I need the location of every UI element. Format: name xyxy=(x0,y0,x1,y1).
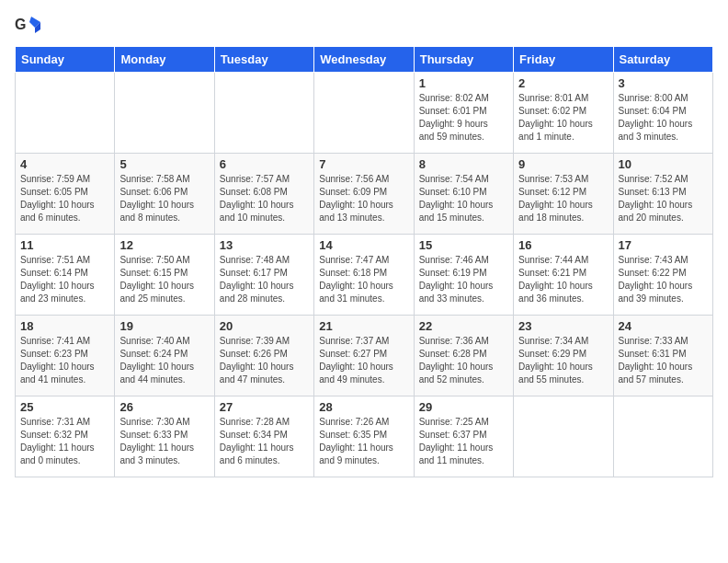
day-info: Sunrise: 7:57 AM Sunset: 6:08 PM Dayligh… xyxy=(220,173,309,224)
day-number: 17 xyxy=(619,238,708,252)
day-cell: 11Sunrise: 7:51 AM Sunset: 6:14 PM Dayli… xyxy=(16,235,115,316)
logo: G xyxy=(15,15,44,35)
day-info: Sunrise: 7:39 AM Sunset: 6:26 PM Dayligh… xyxy=(220,335,309,386)
day-cell xyxy=(214,73,313,154)
day-cell xyxy=(613,396,712,477)
day-info: Sunrise: 8:02 AM Sunset: 6:01 PM Dayligh… xyxy=(419,92,508,144)
day-cell: 13Sunrise: 7:48 AM Sunset: 6:17 PM Dayli… xyxy=(214,235,313,316)
header-cell-saturday: Saturday xyxy=(613,47,712,73)
day-number: 25 xyxy=(20,400,109,414)
day-number: 2 xyxy=(518,76,608,90)
day-number: 16 xyxy=(518,238,608,252)
week-row-3: 11Sunrise: 7:51 AM Sunset: 6:14 PM Dayli… xyxy=(16,235,713,316)
day-number: 20 xyxy=(220,319,309,333)
day-info: Sunrise: 7:26 AM Sunset: 6:35 PM Dayligh… xyxy=(319,416,408,467)
day-info: Sunrise: 7:34 AM Sunset: 6:29 PM Dayligh… xyxy=(518,335,608,386)
header-cell-thursday: Thursday xyxy=(414,47,513,73)
header-cell-sunday: Sunday xyxy=(16,47,115,73)
day-number: 11 xyxy=(20,238,109,252)
day-cell: 21Sunrise: 7:37 AM Sunset: 6:27 PM Dayli… xyxy=(314,316,414,396)
header-cell-monday: Monday xyxy=(115,47,214,73)
day-cell xyxy=(314,73,414,154)
day-cell: 29Sunrise: 7:25 AM Sunset: 6:37 PM Dayli… xyxy=(414,396,513,477)
day-cell: 1Sunrise: 8:02 AM Sunset: 6:01 PM Daylig… xyxy=(414,73,513,154)
day-info: Sunrise: 7:50 AM Sunset: 6:15 PM Dayligh… xyxy=(119,254,209,305)
day-info: Sunrise: 7:30 AM Sunset: 6:33 PM Dayligh… xyxy=(119,416,209,467)
day-number: 18 xyxy=(20,319,109,333)
day-cell: 14Sunrise: 7:47 AM Sunset: 6:18 PM Dayli… xyxy=(314,235,414,316)
day-info: Sunrise: 7:48 AM Sunset: 6:17 PM Dayligh… xyxy=(220,254,309,305)
day-info: Sunrise: 7:54 AM Sunset: 6:10 PM Dayligh… xyxy=(419,173,508,224)
day-info: Sunrise: 7:56 AM Sunset: 6:09 PM Dayligh… xyxy=(319,173,408,224)
day-cell: 15Sunrise: 7:46 AM Sunset: 6:19 PM Dayli… xyxy=(414,235,513,316)
day-cell: 28Sunrise: 7:26 AM Sunset: 6:35 PM Dayli… xyxy=(314,396,414,477)
day-number: 14 xyxy=(319,238,408,252)
calendar-header: G xyxy=(15,15,713,35)
calendar-table: SundayMondayTuesdayWednesdayThursdayFrid… xyxy=(15,46,713,477)
week-row-1: 1Sunrise: 8:02 AM Sunset: 6:01 PM Daylig… xyxy=(16,73,713,154)
day-number: 29 xyxy=(419,400,508,414)
day-info: Sunrise: 7:28 AM Sunset: 6:34 PM Dayligh… xyxy=(220,416,309,467)
day-info: Sunrise: 7:52 AM Sunset: 6:13 PM Dayligh… xyxy=(619,173,708,224)
day-number: 8 xyxy=(419,157,508,171)
day-number: 5 xyxy=(119,157,209,171)
day-number: 13 xyxy=(220,238,309,252)
day-number: 15 xyxy=(419,238,508,252)
header-cell-wednesday: Wednesday xyxy=(314,47,414,73)
day-cell: 7Sunrise: 7:56 AM Sunset: 6:09 PM Daylig… xyxy=(314,154,414,235)
day-number: 19 xyxy=(119,319,209,333)
day-cell xyxy=(514,396,613,477)
day-info: Sunrise: 7:46 AM Sunset: 6:19 PM Dayligh… xyxy=(419,254,508,305)
week-row-4: 18Sunrise: 7:41 AM Sunset: 6:23 PM Dayli… xyxy=(16,316,713,396)
day-number: 24 xyxy=(619,319,708,333)
day-number: 6 xyxy=(220,157,309,171)
day-number: 4 xyxy=(20,157,109,171)
logo-icon: G xyxy=(15,15,40,35)
day-cell: 6Sunrise: 7:57 AM Sunset: 6:08 PM Daylig… xyxy=(214,154,313,235)
day-number: 12 xyxy=(119,238,209,252)
day-number: 23 xyxy=(518,319,608,333)
day-cell: 23Sunrise: 7:34 AM Sunset: 6:29 PM Dayli… xyxy=(514,316,613,396)
day-info: Sunrise: 7:36 AM Sunset: 6:28 PM Dayligh… xyxy=(419,335,508,386)
day-info: Sunrise: 7:47 AM Sunset: 6:18 PM Dayligh… xyxy=(319,254,408,305)
day-number: 1 xyxy=(419,76,508,90)
day-info: Sunrise: 7:59 AM Sunset: 6:05 PM Dayligh… xyxy=(20,173,109,224)
header-cell-friday: Friday xyxy=(514,47,613,73)
day-info: Sunrise: 7:44 AM Sunset: 6:21 PM Dayligh… xyxy=(518,254,608,305)
day-info: Sunrise: 7:37 AM Sunset: 6:27 PM Dayligh… xyxy=(319,335,408,386)
day-info: Sunrise: 7:51 AM Sunset: 6:14 PM Dayligh… xyxy=(20,254,109,305)
day-info: Sunrise: 8:01 AM Sunset: 6:02 PM Dayligh… xyxy=(518,92,608,144)
day-number: 9 xyxy=(518,157,608,171)
day-cell: 26Sunrise: 7:30 AM Sunset: 6:33 PM Dayli… xyxy=(115,396,214,477)
day-number: 28 xyxy=(319,400,408,414)
day-cell: 24Sunrise: 7:33 AM Sunset: 6:31 PM Dayli… xyxy=(613,316,712,396)
day-cell xyxy=(115,73,214,154)
day-cell: 19Sunrise: 7:40 AM Sunset: 6:24 PM Dayli… xyxy=(115,316,214,396)
day-cell: 16Sunrise: 7:44 AM Sunset: 6:21 PM Dayli… xyxy=(514,235,613,316)
week-row-2: 4Sunrise: 7:59 AM Sunset: 6:05 PM Daylig… xyxy=(16,154,713,235)
day-info: Sunrise: 7:43 AM Sunset: 6:22 PM Dayligh… xyxy=(619,254,708,305)
header-row: SundayMondayTuesdayWednesdayThursdayFrid… xyxy=(16,47,713,73)
header-cell-tuesday: Tuesday xyxy=(214,47,313,73)
day-cell: 3Sunrise: 8:00 AM Sunset: 6:04 PM Daylig… xyxy=(613,73,712,154)
day-number: 27 xyxy=(220,400,309,414)
day-number: 26 xyxy=(119,400,209,414)
day-info: Sunrise: 7:41 AM Sunset: 6:23 PM Dayligh… xyxy=(20,335,109,386)
day-cell: 12Sunrise: 7:50 AM Sunset: 6:15 PM Dayli… xyxy=(115,235,214,316)
day-info: Sunrise: 7:31 AM Sunset: 6:32 PM Dayligh… xyxy=(20,416,109,467)
day-cell: 10Sunrise: 7:52 AM Sunset: 6:13 PM Dayli… xyxy=(613,154,712,235)
day-info: Sunrise: 7:58 AM Sunset: 6:06 PM Dayligh… xyxy=(119,173,209,224)
day-cell xyxy=(16,73,115,154)
day-info: Sunrise: 7:25 AM Sunset: 6:37 PM Dayligh… xyxy=(419,416,508,467)
day-cell: 17Sunrise: 7:43 AM Sunset: 6:22 PM Dayli… xyxy=(613,235,712,316)
day-info: Sunrise: 7:33 AM Sunset: 6:31 PM Dayligh… xyxy=(619,335,708,386)
day-cell: 8Sunrise: 7:54 AM Sunset: 6:10 PM Daylig… xyxy=(414,154,513,235)
day-cell: 2Sunrise: 8:01 AM Sunset: 6:02 PM Daylig… xyxy=(514,73,613,154)
day-info: Sunrise: 7:53 AM Sunset: 6:12 PM Dayligh… xyxy=(518,173,608,224)
day-cell: 5Sunrise: 7:58 AM Sunset: 6:06 PM Daylig… xyxy=(115,154,214,235)
week-row-5: 25Sunrise: 7:31 AM Sunset: 6:32 PM Dayli… xyxy=(16,396,713,477)
day-cell: 18Sunrise: 7:41 AM Sunset: 6:23 PM Dayli… xyxy=(16,316,115,396)
day-cell: 22Sunrise: 7:36 AM Sunset: 6:28 PM Dayli… xyxy=(414,316,513,396)
day-number: 3 xyxy=(619,76,708,90)
day-cell: 25Sunrise: 7:31 AM Sunset: 6:32 PM Dayli… xyxy=(16,396,115,477)
